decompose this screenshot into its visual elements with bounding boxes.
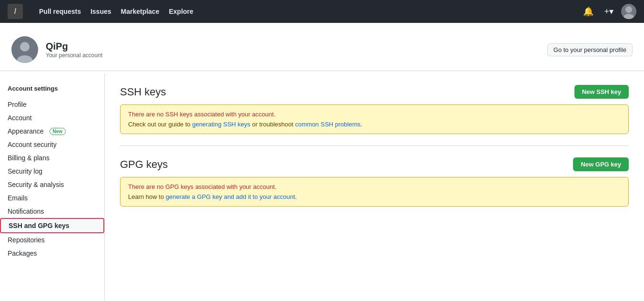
nav-explore[interactable]: Explore	[164, 6, 198, 17]
ssh-guide-text: Check out our guide to generating SSH ke…	[128, 121, 621, 128]
ssh-section-title: SSH keys	[120, 86, 166, 98]
sidebar-item-security-analysis[interactable]: Security & analysis	[0, 178, 104, 191]
go-to-profile-btn[interactable]: Go to your personal profile	[547, 43, 633, 56]
sidebar-item-account[interactable]: Account	[0, 111, 104, 125]
sidebar: Account settings Profile Account Appeara…	[0, 73, 105, 301]
section-divider-ssh-gpg	[120, 145, 629, 146]
profile-info: QiPg Your personal account	[46, 41, 102, 59]
sidebar-item-profile[interactable]: Profile	[0, 98, 104, 111]
ssh-section-header: SSH keys New SSH key	[120, 85, 629, 99]
ssh-guide-link2[interactable]: common SSH problems	[295, 121, 361, 128]
sidebar-item-appearance[interactable]: Appearance New	[0, 125, 104, 138]
nav-issues[interactable]: Issues	[86, 6, 116, 17]
notifications-bell[interactable]: 🔔	[580, 4, 596, 19]
site-logo[interactable]: /	[8, 4, 23, 19]
profile-name: QiPg	[46, 41, 102, 52]
svg-point-3	[20, 42, 30, 52]
top-navbar: / Pull requests Issues Marketplace Explo…	[0, 0, 644, 23]
sidebar-item-billing[interactable]: Billing & plans	[0, 151, 104, 165]
user-avatar-menu[interactable]	[621, 4, 636, 19]
gpg-guide-text: Learn how to generate a GPG key and add …	[128, 193, 621, 200]
nav-links: Pull requests Issues Marketplace Explore	[34, 6, 198, 17]
sidebar-item-security-log[interactable]: Security log	[0, 165, 104, 178]
content-area: Account settings Profile Account Appeara…	[0, 73, 644, 301]
sidebar-item-notifications[interactable]: Notifications	[0, 205, 104, 218]
gpg-section-header: GPG keys New GPG key	[120, 157, 629, 171]
gpg-no-keys-box: There are no GPG keys associated with yo…	[120, 177, 629, 207]
sidebar-item-account-security[interactable]: Account security	[0, 138, 104, 151]
create-new-btn[interactable]: +▾	[601, 4, 616, 19]
profile-avatar-large	[11, 36, 38, 63]
ssh-guide-link1[interactable]: generating SSH keys	[192, 121, 250, 128]
ssh-no-keys-text: There are no SSH keys associated with yo…	[128, 111, 621, 118]
topnav-right: 🔔 +▾	[580, 4, 636, 19]
nav-marketplace[interactable]: Marketplace	[116, 6, 164, 17]
svg-point-1	[624, 14, 634, 19]
profile-header: QiPg Your personal account Go to your pe…	[0, 29, 644, 71]
new-gpg-key-btn[interactable]: New GPG key	[573, 157, 629, 171]
new-ssh-key-btn[interactable]: New SSH key	[574, 85, 629, 99]
gpg-no-keys-text: There are no GPG keys associated with yo…	[128, 183, 621, 190]
gpg-guide-link1[interactable]: generate a GPG key and add it to your ac…	[166, 193, 295, 200]
sidebar-item-packages[interactable]: Packages	[0, 247, 104, 260]
main-content: SSH keys New SSH key There are no SSH ke…	[105, 73, 644, 301]
sidebar-item-emails[interactable]: Emails	[0, 191, 104, 205]
gpg-section-title: GPG keys	[120, 158, 168, 171]
sidebar-item-ssh-gpg[interactable]: SSH and GPG keys	[0, 218, 104, 233]
svg-point-0	[625, 6, 632, 13]
new-badge: New	[50, 128, 66, 135]
sidebar-item-repositories[interactable]: Repositories	[0, 233, 104, 247]
ssh-no-keys-box: There are no SSH keys associated with yo…	[120, 104, 629, 134]
profile-subtitle: Your personal account	[46, 52, 102, 59]
sidebar-heading: Account settings	[0, 81, 104, 96]
nav-pull-requests[interactable]: Pull requests	[34, 6, 86, 17]
